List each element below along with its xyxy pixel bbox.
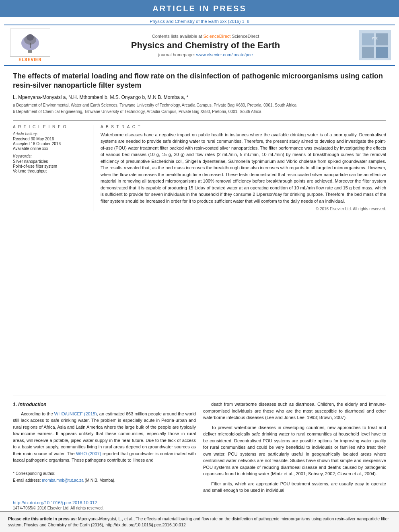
history-label: Article history: xyxy=(13,131,87,136)
abstract-col: A B S T R A C T Waterborne diseases have… xyxy=(101,125,386,212)
doi-section: http://dx.doi.org/10.1016/j.pce.2016.10.… xyxy=(0,497,399,511)
sciencedirect-label: ScienceDirect xyxy=(232,34,259,39)
available-text: Available online xxx xyxy=(13,146,87,151)
elsevier-label: ELSEVIER xyxy=(19,58,41,62)
article-info-heading: A R T I C L E I N F O xyxy=(13,125,87,129)
right-para2: To prevent waterborne diseases in develo… xyxy=(203,424,386,477)
svg-rect-7 xyxy=(376,33,388,45)
intro-para1: According to the WHO/UNICEF (2015), an e… xyxy=(13,411,196,464)
doi-rights: 1474-7065/© 2016 Elsevier Ltd. All right… xyxy=(13,506,386,510)
keywords-label: Keywords: xyxy=(13,154,87,158)
keywords-section: Keywords: Silver nanoparticles Point-of-… xyxy=(13,154,87,173)
journal-meta-text: Physics and Chemistry of the Earth xxx (… xyxy=(150,19,249,24)
journal-meta-line: Physics and Chemistry of the Earth xxx (… xyxy=(0,17,399,25)
contents-line: Contents lists available at ScienceDirec… xyxy=(56,34,355,39)
body-two-col: 1. Introduction According to the WHO/UNI… xyxy=(0,401,399,497)
article-info-col: A R T I C L E I N F O Article history: R… xyxy=(13,125,93,212)
banner-text: ARTICLE IN PRESS xyxy=(152,4,247,13)
affiliation-a: a Department of Environmental, Water and… xyxy=(13,103,386,108)
page-wrapper: ARTICLE IN PRESS Physics and Chemistry o… xyxy=(0,0,399,532)
keyword1: Silver nanoparticles xyxy=(13,159,87,164)
svg-point-3 xyxy=(27,34,34,41)
corresponding-note: * Corresponding author. xyxy=(13,470,196,477)
journal-logo-left: ELSEVIER xyxy=(8,29,52,62)
copyright-line: © 2016 Elsevier Ltd. All rights reserved… xyxy=(101,207,386,211)
section-divider xyxy=(13,396,386,396)
svg-text:PCE: PCE xyxy=(372,37,378,40)
svg-rect-8 xyxy=(362,47,374,58)
doi-url: http://dx.doi.org/10.1016/j.pce.2016.10.… xyxy=(13,499,386,506)
accepted-text: Accepted 18 October 2016 xyxy=(13,142,87,146)
footer-citation: Please cite this article in press as: Mp… xyxy=(0,511,399,532)
authors-line: L. Mpenyana-Monyatsi a, N.H. Mthombeni b… xyxy=(13,94,386,100)
intro-heading: 1. Introduction xyxy=(13,401,196,409)
email-note: E-mail address: momba.mnb@tut.ac.za (M.N… xyxy=(13,477,196,484)
doi-link[interactable]: http://dx.doi.org/10.1016/j.pce.2016.10.… xyxy=(13,500,97,505)
article-in-press-banner: ARTICLE IN PRESS xyxy=(0,0,399,17)
please-cite-prefix: Please cite this article in press as: xyxy=(8,516,78,521)
journal-center: Contents lists available at ScienceDirec… xyxy=(56,34,355,57)
journal-header: ELSEVIER Contents lists available at Sci… xyxy=(4,25,395,66)
body-col-left: 1. Introduction According to the WHO/UNI… xyxy=(13,401,196,497)
abstract-text: Waterborne diseases have a negative impa… xyxy=(101,131,386,205)
abstract-heading: A B S T R A C T xyxy=(101,125,386,129)
article-content: The effects of material loading and flow… xyxy=(0,66,399,391)
email-link[interactable]: momba.mnb@tut.ac.za xyxy=(42,478,84,483)
journal-title: Physics and Chemistry of the Earth xyxy=(56,40,355,51)
body-col-right: death from waterborne diseases such as d… xyxy=(203,401,386,497)
journal-homepage-line: journal homepage: www.elsevier.com/locat… xyxy=(56,52,355,57)
right-para3: Filter units, which are appropriate POU … xyxy=(203,481,386,494)
right-para1: death from waterborne diseases such as d… xyxy=(203,401,386,421)
article-info-abstract-section: A R T I C L E I N F O Article history: R… xyxy=(13,120,386,212)
who-link[interactable]: WHO (2007) xyxy=(76,451,101,456)
footnote-divider xyxy=(13,467,45,467)
affiliation-b: b Department of Chemical Engineering, Ts… xyxy=(13,109,386,115)
article-title: The effects of material loading and flow… xyxy=(13,72,386,90)
keyword2: Point-of-use filter system xyxy=(13,164,87,168)
elsevier-box xyxy=(10,29,50,57)
authors-text: L. Mpenyana-Monyatsi a, N.H. Mthombeni b… xyxy=(13,94,188,100)
svg-rect-9 xyxy=(376,47,388,58)
received-text: Received 30 May 2016 xyxy=(13,137,87,141)
who-unicef-link[interactable]: WHO/UNICEF (2015) xyxy=(54,411,97,416)
keyword3: Volume throughput xyxy=(13,169,87,173)
sciencedirect-link[interactable]: ScienceDirect xyxy=(204,34,231,39)
journal-logo-right: PCE xyxy=(359,30,391,60)
journal-homepage-link[interactable]: www.elsevier.com/locate/pce xyxy=(196,52,253,57)
